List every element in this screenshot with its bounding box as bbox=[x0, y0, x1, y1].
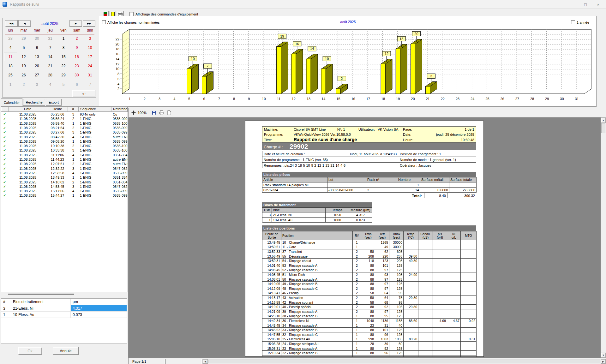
treatment-cell[interactable]: 10-Eless. Au bbox=[11, 312, 71, 318]
calendar-day[interactable]: 10 bbox=[83, 43, 97, 52]
horizontal-scroll-thumb[interactable] bbox=[208, 360, 600, 363]
treatment-header-cell[interactable]: Bloc de traitement bbox=[11, 299, 71, 305]
calendar-day[interactable]: 25 bbox=[4, 71, 17, 80]
calendar-day[interactable]: 6 bbox=[70, 80, 83, 89]
records-header-cell[interactable]: # bbox=[68, 107, 79, 112]
scroll-right-button[interactable]: ▶ bbox=[601, 359, 606, 364]
calendar-day[interactable]: 6 bbox=[30, 43, 44, 52]
treatment-cell[interactable]: 21-Eless. Ni bbox=[11, 305, 71, 312]
calendar-day[interactable]: 8 bbox=[57, 43, 70, 52]
treatment-header-cell[interactable]: # bbox=[1, 299, 11, 305]
calendar-day[interactable]: 5 bbox=[57, 80, 70, 89]
calendar-day[interactable]: 30 bbox=[30, 34, 44, 43]
calendar-day[interactable]: 29 bbox=[17, 34, 30, 43]
calendar-day[interactable]: 7 bbox=[44, 43, 57, 52]
treatment-cell[interactable]: 3 bbox=[1, 305, 11, 312]
scroll-up-button[interactable]: ▲ bbox=[601, 118, 606, 123]
today-button[interactable]: ‹T› bbox=[72, 90, 95, 97]
record-row[interactable]: ✓11.08.202505:56:2421-ENIG0535-099 bbox=[1, 116, 128, 121]
calendar-day[interactable]: 1 bbox=[4, 80, 17, 89]
record-row[interactable]: ✓11.08.202515:44:2711-ENIG0535-099 bbox=[1, 193, 128, 198]
save-icon[interactable] bbox=[152, 110, 157, 115]
calendar-day[interactable]: 13 bbox=[30, 52, 44, 61]
vertical-scroll-thumb[interactable] bbox=[601, 123, 605, 133]
records-header-cell[interactable]: Séquence bbox=[79, 107, 111, 112]
calendar-day[interactable]: 22 bbox=[57, 62, 70, 71]
calendar-day[interactable]: 7 bbox=[83, 80, 97, 89]
treatment-header-cell[interactable]: µm bbox=[71, 299, 127, 305]
calendar-day[interactable]: 1 bbox=[57, 34, 70, 43]
record-row[interactable]: ✓11.08.202505:59:4011-ENIG0535-100 bbox=[1, 121, 128, 126]
calendar-day[interactable]: 5 bbox=[17, 43, 30, 52]
calendar-day[interactable]: 16 bbox=[70, 52, 83, 61]
prev-month-button[interactable]: ◀ bbox=[18, 20, 31, 27]
calendar-day[interactable]: 28 bbox=[4, 34, 17, 43]
calendar-day[interactable]: 4 bbox=[44, 80, 57, 89]
record-row[interactable]: ✓11.08.202510:10:3821-ENIG0535-100 bbox=[1, 144, 128, 148]
calendar-day[interactable]: 21 bbox=[44, 62, 57, 71]
scroll-left-button[interactable]: ◀ bbox=[203, 359, 208, 364]
minimize-button[interactable]: – bbox=[567, 1, 578, 8]
calendar-day[interactable]: 3 bbox=[83, 34, 97, 43]
record-row[interactable]: ✓11.08.202514:53:4531-ENIG0547-032 bbox=[1, 184, 128, 189]
close-button[interactable]: × bbox=[593, 1, 603, 8]
maximize-button[interactable]: □ bbox=[580, 1, 591, 8]
calendar-day[interactable]: 23 bbox=[70, 62, 83, 71]
calendar-day[interactable]: 17 bbox=[83, 52, 97, 61]
tab-calendrier[interactable]: Calendrier bbox=[1, 98, 22, 106]
record-row[interactable]: ✓11.08.202512:32:2231-ENIG0547-032 bbox=[1, 166, 128, 171]
record-row[interactable]: ✓11.08.202514:10:0221-ENIG0351-334 bbox=[1, 180, 128, 184]
record-row[interactable]: ✓11.08.202511:44:2311-ENIGautre ENIG bbox=[1, 157, 128, 162]
ok-button[interactable]: Ok bbox=[18, 347, 42, 355]
treatment-cell[interactable]: 1 bbox=[1, 312, 11, 318]
scroll-down-button[interactable]: ▼ bbox=[601, 353, 606, 358]
treatment-cell[interactable]: 4.317 bbox=[71, 305, 127, 312]
records-header-cell[interactable]: Heure bbox=[47, 107, 68, 112]
vertical-scrollbar[interactable]: ▲ ▼ bbox=[601, 117, 606, 358]
record-row[interactable]: ✓11.08.202510:33:3831-ENIG0535-100 bbox=[1, 148, 128, 152]
calendar-day[interactable]: 9 bbox=[70, 43, 83, 52]
calendar-day[interactable]: 15 bbox=[57, 52, 70, 61]
calendar-day[interactable]: 31 bbox=[83, 71, 97, 80]
records-header-cell[interactable] bbox=[1, 107, 9, 112]
record-row[interactable]: ✓11.08.202508:42:3041-ENIGautre ENIG bbox=[1, 135, 128, 139]
pan-icon[interactable] bbox=[131, 110, 136, 115]
calendar-day[interactable]: 19 bbox=[17, 62, 30, 71]
tab-recherche[interactable]: Recherche bbox=[23, 99, 45, 106]
calendar-day[interactable]: 11 bbox=[4, 52, 17, 61]
record-row[interactable]: ✓11.08.202508:21:5421-ENIG0535-099 bbox=[1, 126, 128, 130]
zoom-level[interactable]: 100% bbox=[138, 111, 147, 115]
calendar-day[interactable]: 2 bbox=[17, 80, 30, 89]
calendar-day[interactable]: 12 bbox=[17, 52, 30, 61]
record-row[interactable]: ✓11.08.202505:23:06393-Ni onlyCu bbox=[1, 112, 128, 116]
tab-export[interactable]: Export bbox=[46, 99, 62, 106]
calendar-day[interactable]: 27 bbox=[30, 71, 44, 80]
prev-year-button[interactable]: ◀◀ bbox=[5, 20, 18, 27]
horizontal-scrollbar[interactable]: ◀ ▶ bbox=[202, 359, 606, 364]
calendar-day[interactable]: 26 bbox=[17, 71, 30, 80]
calendar-day[interactable]: 2 bbox=[70, 34, 83, 43]
calendar-day[interactable]: 28 bbox=[44, 71, 57, 80]
record-row[interactable]: ✓11.08.202509:08:2011-ENIG0535-099 bbox=[1, 139, 128, 144]
calendar-day[interactable]: 24 bbox=[83, 62, 97, 71]
print-report-icon[interactable] bbox=[159, 110, 164, 115]
records-header-cell[interactable]: Date bbox=[9, 107, 47, 112]
calendar-day[interactable]: 4 bbox=[4, 43, 17, 52]
new-document-icon[interactable] bbox=[167, 110, 172, 115]
calendar-day[interactable]: 20 bbox=[30, 62, 44, 71]
calendar-day[interactable]: 18 bbox=[4, 62, 17, 71]
record-row[interactable]: ✓11.08.202512:07:5121-ENIGautre ENIG bbox=[1, 162, 128, 166]
cancel-button[interactable]: Annule bbox=[53, 347, 79, 355]
record-row[interactable]: ✓11.08.202508:27:0631-ENIG0535-099 bbox=[1, 130, 128, 134]
calendar-day[interactable]: 30 bbox=[70, 71, 83, 80]
chart-bar[interactable]: 7 bbox=[202, 64, 213, 94]
calendar-day[interactable]: 14 bbox=[44, 52, 57, 61]
record-row[interactable]: ✓11.08.202511:11:0641-ENIG0351-334 bbox=[1, 153, 128, 157]
next-month-button[interactable]: ▶ bbox=[69, 20, 82, 27]
panel-splitter[interactable] bbox=[8, 294, 74, 295]
record-row[interactable]: ✓11.08.202513:49:3311-ENIG0351-334 bbox=[1, 175, 128, 180]
record-row[interactable]: ✓11.08.202512:58:5841-ENIG0535-099 bbox=[1, 171, 128, 175]
calendar-day[interactable]: 31 bbox=[44, 34, 57, 43]
calendar-day[interactable]: 29 bbox=[57, 71, 70, 80]
records-header-cell[interactable]: Référence bbox=[111, 107, 128, 112]
